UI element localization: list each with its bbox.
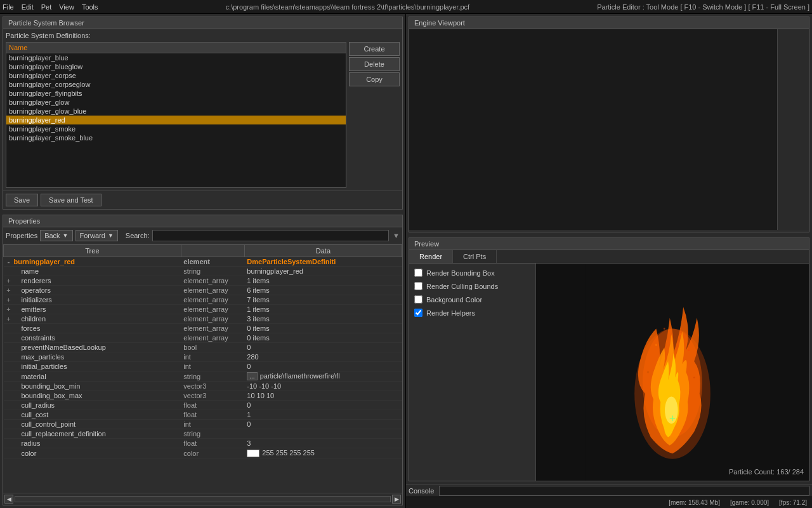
tree-expand-toggle[interactable]: - — [4, 257, 14, 267]
preview-viewport: Particle Count: 163/ 284 — [536, 264, 809, 481]
tree-node-data: 6 items — [244, 286, 402, 295]
tree-node-type: element_array — [181, 305, 244, 314]
search-input[interactable] — [152, 230, 389, 241]
table-row[interactable]: cull_replacement_definitionstring — [4, 429, 402, 439]
tree-node-name: max_particles — [14, 352, 181, 362]
menu-edit[interactable]: Edit — [22, 3, 34, 11]
tree-expand-toggle — [4, 352, 14, 362]
render-culling-bounds-row: Render Culling Bounds — [414, 282, 530, 290]
table-row[interactable]: cull_control_pointint0 — [4, 420, 402, 429]
console-input[interactable] — [439, 486, 809, 496]
delete-button[interactable]: Delete — [349, 57, 400, 71]
preview-content: Render Bounding Box Render Culling Bound… — [409, 264, 809, 481]
svg-point-11 — [693, 377, 695, 378]
menu-view[interactable]: View — [59, 3, 74, 11]
tree-node-type: vector3 — [181, 391, 244, 401]
tree-node-name: children — [14, 314, 181, 324]
tree-expand-toggle[interactable]: + — [4, 276, 14, 286]
table-row[interactable]: max_particlesint280 — [4, 352, 402, 362]
browse-button[interactable]: ... — [247, 372, 257, 380]
search-dropdown[interactable]: ▼ — [393, 232, 400, 239]
tree-body: -burningplayer_redelementDmeParticleSyst… — [4, 257, 402, 458]
psb-list-item[interactable]: burningplayer_glow_blue — [6, 107, 346, 116]
preview-panel: Preview Render Ctrl Pts Render Bounding … — [409, 237, 809, 481]
tree-expand-toggle[interactable]: + — [4, 305, 14, 314]
table-row[interactable]: preventNameBasedLookupbool0 — [4, 343, 402, 352]
copy-button[interactable]: Copy — [349, 72, 400, 86]
tree-node-type: element_array — [181, 286, 244, 295]
render-culling-bounds-label: Render Culling Bounds — [426, 283, 498, 290]
search-label: Search: — [126, 232, 150, 239]
table-row[interactable]: -burningplayer_redelementDmeParticleSyst… — [4, 257, 402, 267]
table-row[interactable]: bounding_box_maxvector310 10 10 — [4, 391, 402, 401]
render-bounding-box-check[interactable] — [414, 269, 422, 277]
psb-list-item[interactable]: burningplayer_blue — [6, 53, 346, 62]
psb-list-item[interactable]: burningplayer_smoke — [6, 124, 346, 133]
scroll-left[interactable]: ◀ — [4, 495, 13, 504]
tree-node-data: 255 255 255 255 — [244, 448, 402, 458]
color-swatch[interactable] — [247, 450, 259, 457]
tree-expand-toggle — [4, 420, 14, 429]
tree-expand-toggle — [4, 324, 14, 333]
viewport-main — [409, 29, 777, 230]
tree-node-data: 10 10 10 — [244, 391, 402, 401]
table-row[interactable]: radiusfloat3 — [4, 439, 402, 448]
save-button[interactable]: Save — [6, 194, 38, 206]
scroll-track[interactable] — [15, 496, 391, 502]
back-button[interactable]: Back▼ — [40, 230, 72, 241]
table-row[interactable]: materialstring...particle\flamethrowerfi… — [4, 371, 402, 382]
tree-expand-toggle — [4, 267, 14, 276]
table-row[interactable]: +initializerselement_array7 items — [4, 295, 402, 305]
psb-list[interactable]: burningplayer_blueburningplayer_blueglow… — [6, 53, 346, 188]
table-row[interactable]: +rendererselement_array1 items — [4, 276, 402, 286]
render-culling-bounds-check[interactable] — [414, 282, 422, 290]
psb-list-item[interactable]: burningplayer_corpseglow — [6, 80, 346, 89]
background-color-check[interactable] — [414, 295, 422, 304]
table-row[interactable]: cull_costfloat1 — [4, 410, 402, 420]
tab-ctrlpts[interactable]: Ctrl Pts — [453, 250, 497, 263]
col-data-header: Data — [244, 245, 402, 257]
table-row[interactable]: initial_particlesint0 — [4, 362, 402, 371]
tree-expand-toggle[interactable]: + — [4, 286, 14, 295]
menu-file[interactable]: File — [3, 3, 14, 11]
status-bar: [mem: 158.43 Mb] [game: 0.000] [fps: 71.… — [406, 497, 812, 508]
psb-title: Particle System Browser — [3, 17, 402, 29]
psb-list-item[interactable]: burningplayer_blueglow — [6, 62, 346, 71]
create-button[interactable]: Create — [349, 42, 400, 56]
tab-render[interactable]: Render — [409, 250, 453, 263]
render-helpers-check[interactable] — [414, 309, 422, 317]
svg-point-9 — [688, 350, 690, 352]
tree-expand-toggle[interactable]: + — [4, 295, 14, 305]
table-row[interactable]: +emitterselement_array1 items — [4, 305, 402, 314]
tree-expand-toggle — [4, 343, 14, 352]
table-row[interactable]: +operatorselement_array6 items — [4, 286, 402, 295]
scroll-right[interactable]: ▶ — [392, 495, 401, 504]
psb-list-item[interactable]: burningplayer_red — [6, 116, 346, 124]
table-row[interactable]: +childrenelement_array3 items — [4, 314, 402, 324]
psb-list-item[interactable]: burningplayer_smoke_blue — [6, 133, 346, 142]
table-row[interactable]: cull_radiusfloat0 — [4, 401, 402, 410]
properties-toolbar: Properties Back▼ Forward▼ Search: ▼ — [3, 227, 402, 244]
psb-list-item[interactable]: burningplayer_flyingbits — [6, 89, 346, 98]
console-label: Console — [409, 487, 434, 495]
tree-node-data: 0 — [244, 401, 402, 410]
table-row[interactable]: bounding_box_minvector3-10 -10 -10 — [4, 382, 402, 391]
tree-node-name: material — [14, 371, 181, 382]
tree-expand-toggle — [4, 448, 14, 458]
tree-expand-toggle[interactable]: + — [4, 314, 14, 324]
table-row[interactable]: forceselement_array0 items — [4, 324, 402, 333]
tree-node-type: vector3 — [181, 382, 244, 391]
flame-visualization — [536, 264, 809, 481]
menu-tools[interactable]: Tools — [82, 3, 98, 11]
tree-node-data: 0 — [244, 362, 402, 371]
tree-node-data: 0 items — [244, 324, 402, 333]
table-row[interactable]: namestringburningplayer_red — [4, 267, 402, 276]
tree-node-name: operators — [14, 286, 181, 295]
psb-list-item[interactable]: burningplayer_corpse — [6, 71, 346, 80]
table-row[interactable]: colorcolor255 255 255 255 — [4, 448, 402, 458]
table-row[interactable]: constraintselement_array0 items — [4, 333, 402, 343]
save-test-button[interactable]: Save and Test — [41, 194, 102, 206]
forward-button[interactable]: Forward▼ — [75, 230, 118, 241]
menu-pet[interactable]: Pet — [41, 3, 52, 11]
psb-list-item[interactable]: burningplayer_glow — [6, 98, 346, 107]
